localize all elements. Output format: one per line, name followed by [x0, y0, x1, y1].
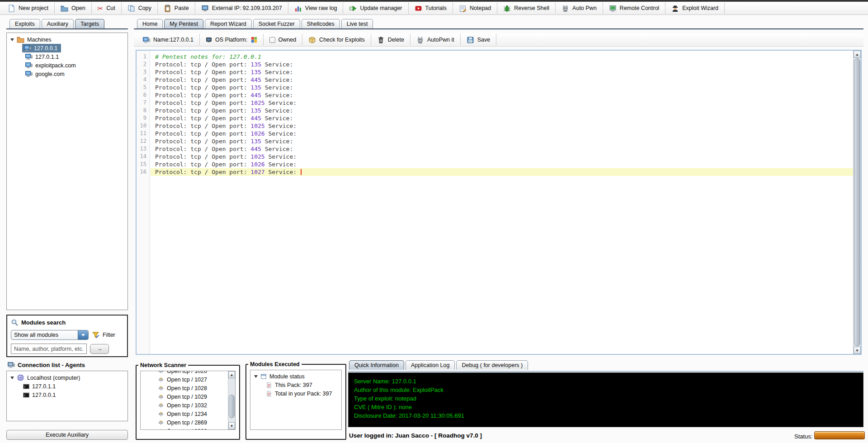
- update-manager-button[interactable]: Update manager: [343, 3, 408, 14]
- expander-icon[interactable]: [254, 375, 258, 378]
- editor-code-area[interactable]: # Pentest notes for: 127.0.0.1 Protocol:…: [151, 51, 853, 354]
- tree-item-host[interactable]: 127.0.1.1: [7, 52, 127, 61]
- exploit-wizard-button[interactable]: Exploit Wizard: [665, 3, 725, 14]
- auto-pwn-button[interactable]: Auto Pwn: [556, 3, 603, 14]
- external-ip-button[interactable]: External IP: 92.109.103.207: [195, 3, 288, 14]
- scrollbar-thumb[interactable]: [854, 58, 860, 346]
- host-toolbar: Name:127.0.0.1 OS Platform: Owned Check …: [134, 33, 863, 47]
- modules-search-input[interactable]: [11, 344, 87, 354]
- computer-icon: [25, 53, 33, 61]
- tab-application-log[interactable]: Application Log: [406, 360, 455, 370]
- copy-button[interactable]: Copy: [122, 3, 158, 14]
- editor-line: Protocol: tcp / Open port: 135 Service:: [151, 68, 853, 76]
- copy-icon: [127, 5, 135, 12]
- expander-icon[interactable]: [10, 38, 14, 41]
- info-tabstrip: Quick Information Application Log Debug …: [349, 360, 528, 370]
- new-project-button[interactable]: New project: [2, 3, 55, 14]
- modules-filter-dropdown[interactable]: Show all modules: [11, 330, 89, 340]
- toolbar-label: Remote Control: [620, 5, 660, 11]
- expander-icon[interactable]: [10, 377, 14, 379]
- terminal-icon: [23, 392, 29, 398]
- tree-item-host[interactable]: google.com: [7, 70, 127, 78]
- scroll-down-button[interactable]: ▼: [854, 347, 861, 354]
- scanner-item[interactable]: Open tcp / 1029: [141, 392, 235, 401]
- editor-line: Protocol: tcp / Open port: 445 Service:: [151, 91, 853, 99]
- tab-socket-fuzzer[interactable]: Socket Fuzzer: [253, 19, 300, 28]
- scrollbar-thumb[interactable]: [229, 395, 235, 418]
- autopwn-button[interactable]: AutoPwn it: [410, 34, 461, 45]
- tab-report-wizard[interactable]: Report Wizard: [205, 19, 252, 28]
- windows-flag-icon: [251, 37, 257, 43]
- execute-auxiliary-button[interactable]: Execute Auxiliary: [6, 430, 128, 440]
- scanner-item-label: Open tcp / 2869: [167, 419, 207, 426]
- new-page-icon: [8, 5, 15, 12]
- scanner-item[interactable]: Open tcp / 2869: [141, 418, 235, 427]
- reverse-shell-button[interactable]: Reverse Shell: [497, 3, 556, 14]
- tab-live-test[interactable]: Live test: [341, 19, 373, 28]
- trash-icon: [377, 36, 385, 44]
- toolbar-label: Exploit Wizard: [682, 5, 718, 11]
- scroll-up-button[interactable]: ▲: [854, 51, 861, 58]
- pentest-notes-editor[interactable]: 1 23 45 67 89 1011 1213 1415 16 # Pentes…: [136, 50, 862, 355]
- tab-auxiliary[interactable]: Auxiliary: [42, 19, 74, 28]
- quick-information-console: Server Name: 127.0.0.1 Author of this mo…: [348, 372, 863, 427]
- notepad-button[interactable]: Notepad: [453, 3, 497, 14]
- agent-item[interactable]: 127.0.0.1: [7, 391, 127, 399]
- youtube-icon: [415, 5, 422, 12]
- module-stat-item[interactable]: Total in your Pack: 397: [250, 389, 341, 398]
- scanner-item[interactable]: Open tcp / 8000: [141, 427, 235, 430]
- os-platform-item[interactable]: OS Platform:: [200, 34, 264, 45]
- os-icon: [206, 37, 212, 43]
- editor-line: Protocol: tcp / Open port: 135 Service:: [151, 84, 853, 91]
- tutorials-button[interactable]: Tutorials: [409, 3, 453, 14]
- open-button[interactable]: Open: [55, 3, 92, 14]
- save-button[interactable]: Save: [461, 34, 497, 45]
- globe-icon: [17, 374, 24, 382]
- agent-label: 127.0.0.1: [32, 392, 56, 398]
- toolbar-label: Update manager: [360, 5, 402, 11]
- tab-exploits[interactable]: Exploits: [9, 19, 40, 28]
- tree-root-machines[interactable]: Machines: [7, 35, 127, 44]
- network-scanner-list[interactable]: Open tcp / 1026 Open tcp / 1027 Open tcp…: [140, 371, 236, 430]
- filter-icon: [92, 331, 99, 339]
- cut-button[interactable]: ✂ Cut: [92, 3, 122, 14]
- dropdown-button[interactable]: [78, 330, 88, 339]
- editor-line: Protocol: tcp / Open port: 135 Service:: [151, 61, 853, 68]
- owned-checkbox[interactable]: [269, 37, 275, 43]
- chevron-down-icon: [81, 334, 85, 336]
- status-progress-bar: [814, 431, 865, 439]
- module-status-root[interactable]: Module status: [250, 372, 341, 381]
- tab-debug[interactable]: Debug ( for developers ): [456, 360, 528, 370]
- owned-checkbox-item[interactable]: Owned: [264, 34, 303, 45]
- module-stat-label: Total in your Pack: 397: [275, 391, 332, 397]
- scanner-item[interactable]: Open tcp / 1028: [141, 384, 235, 392]
- tree-item-host[interactable]: exploitpack.com: [7, 61, 127, 70]
- scanner-item[interactable]: Open tcp / 1032: [141, 401, 235, 410]
- tab-shellcodes[interactable]: Shellcodes: [302, 19, 340, 28]
- editor-line: # Pentest notes for: 127.0.0.1: [151, 53, 853, 61]
- scroll-up-button[interactable]: ▲: [228, 371, 235, 378]
- scanner-item[interactable]: Open tcp / 1234: [141, 410, 235, 418]
- module-stat-item[interactable]: This Pack: 397: [250, 381, 341, 389]
- search-go-button[interactable]: →: [90, 344, 109, 354]
- check-for-exploits-button[interactable]: Check for Exploits: [302, 34, 371, 45]
- agents-root[interactable]: Localhost (computer): [7, 373, 127, 382]
- toolbar-label: Paste: [175, 5, 189, 11]
- delete-button[interactable]: Delete: [371, 34, 410, 45]
- agent-item[interactable]: 127.0.1.1: [7, 382, 127, 391]
- text-caret: [301, 169, 302, 175]
- scanner-scrollbar[interactable]: ▲ ▼: [228, 371, 235, 429]
- scanner-item[interactable]: Open tcp / 1026: [141, 371, 235, 375]
- remote-control-button[interactable]: Remote Control: [603, 3, 666, 14]
- view-raw-log-button[interactable]: View raw log: [288, 3, 344, 14]
- scanner-item[interactable]: Open tcp / 1027: [141, 375, 235, 384]
- tree-item-host[interactable]: 127.0.0.1: [7, 44, 127, 52]
- editor-line: Protocol: tcp / Open port: 445 Service:: [151, 76, 853, 84]
- tab-quick-information[interactable]: Quick Information: [349, 360, 404, 370]
- tab-home[interactable]: Home: [137, 19, 163, 28]
- scroll-down-button[interactable]: ▼: [228, 422, 235, 429]
- tab-targets[interactable]: Targets: [75, 19, 104, 28]
- tab-my-pentest[interactable]: My Pentest: [164, 19, 203, 28]
- editor-vertical-scrollbar[interactable]: ▲ ▼: [853, 51, 861, 354]
- paste-button[interactable]: Paste: [158, 3, 195, 14]
